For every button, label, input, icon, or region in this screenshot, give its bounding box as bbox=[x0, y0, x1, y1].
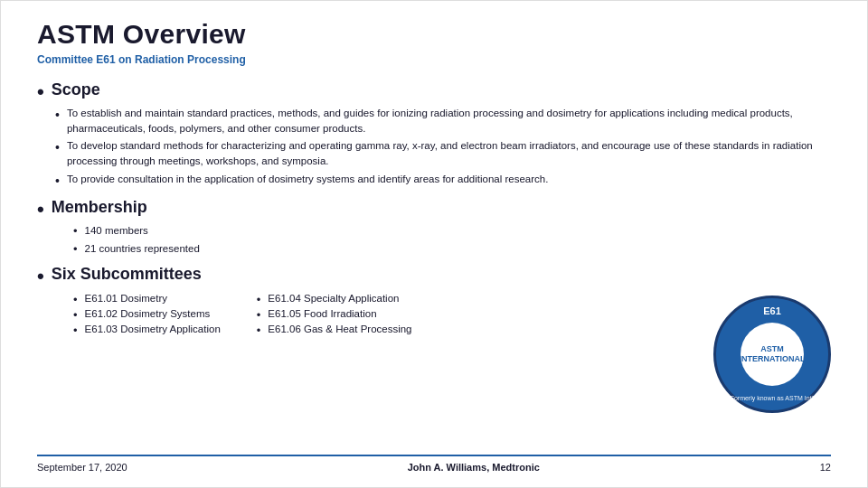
footer-date: September 17, 2020 bbox=[37, 462, 127, 473]
membership-heading: Membership bbox=[37, 198, 831, 221]
page-title: ASTM Overview bbox=[37, 19, 831, 50]
bullet-3: To provide consultation in the applicati… bbox=[37, 172, 831, 190]
membership-item-2: 21 countries represented bbox=[37, 241, 831, 258]
footer-author: John A. Williams, Medtronic bbox=[408, 462, 540, 473]
footer: September 17, 2020 John A. Williams, Med… bbox=[37, 455, 831, 473]
scope-heading: Scope bbox=[37, 80, 831, 104]
subcommittees-row: E61.01 Dosimetry E61.02 Dosimetry System… bbox=[37, 293, 831, 337]
logo-e61-label: E61 bbox=[763, 305, 781, 316]
sub-item-1: E61.01 Dosimetry bbox=[73, 293, 221, 306]
astm-logo: E61 ASTMINTERNATIONAL Formerly known as … bbox=[713, 296, 831, 413]
bullet-1: To establish and maintain standard pract… bbox=[37, 106, 831, 136]
slide: ASTM Overview Committee E61 on Radiation… bbox=[0, 0, 868, 488]
sub-item-2: E61.02 Dosimetry Systems bbox=[73, 308, 221, 322]
membership-item-1: 140 members bbox=[37, 223, 831, 240]
logo-bottom-text: Formerly known as ASTM Int'l bbox=[731, 395, 815, 401]
content-area: Scope To establish and maintain standard… bbox=[37, 75, 831, 449]
logo-astm-text: ASTMINTERNATIONAL bbox=[740, 344, 806, 364]
bullet-2: To develop standard methods for characte… bbox=[37, 138, 831, 168]
logo-inner: ASTMINTERNATIONAL bbox=[741, 323, 804, 386]
sub-item-6: E61.06 Gas & Heat Processing bbox=[257, 324, 412, 337]
sub-item-3: E61.03 Dosimetry Application bbox=[73, 324, 221, 337]
logo-circle: E61 ASTMINTERNATIONAL Formerly known as … bbox=[713, 296, 831, 413]
subcommittees-col1: E61.01 Dosimetry E61.02 Dosimetry System… bbox=[73, 293, 221, 337]
footer-page: 12 bbox=[820, 462, 831, 473]
subcommittees-col2: E61.04 Specialty Application E61.05 Food… bbox=[257, 293, 412, 337]
sub-item-5: E61.05 Food Irradiation bbox=[257, 308, 412, 322]
subcommittees-heading: Six Subcommittees bbox=[37, 265, 831, 288]
sub-item-4: E61.04 Specialty Application bbox=[257, 293, 412, 306]
committee-subtitle: Committee E61 on Radiation Processing bbox=[37, 53, 831, 66]
